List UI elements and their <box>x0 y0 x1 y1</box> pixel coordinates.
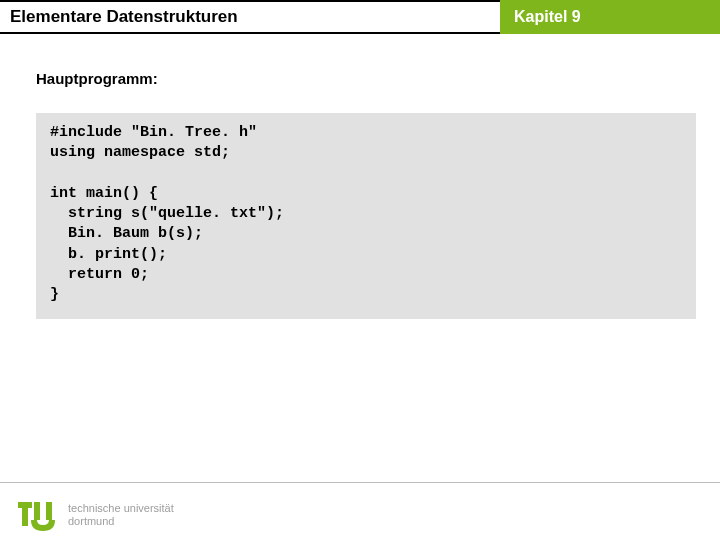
section-heading: Hauptprogramm: <box>36 70 690 87</box>
university-name-line1: technische universität <box>68 502 174 515</box>
svg-rect-3 <box>46 502 52 520</box>
svg-rect-2 <box>34 502 40 520</box>
chapter-badge: Kapitel 9 <box>500 0 720 34</box>
university-name: technische universität dortmund <box>68 502 174 527</box>
university-logo: technische universität dortmund <box>18 496 174 534</box>
content-area: Hauptprogramm: #include "Bin. Tree. h" u… <box>0 34 720 319</box>
tu-logo-icon <box>18 496 60 534</box>
header-bar: Elementare Datenstrukturen Kapitel 9 <box>0 0 720 34</box>
slide: Elementare Datenstrukturen Kapitel 9 Hau… <box>0 0 720 540</box>
university-name-line2: dortmund <box>68 515 174 528</box>
slide-title: Elementare Datenstrukturen <box>0 0 500 34</box>
svg-rect-1 <box>22 502 28 526</box>
code-block: #include "Bin. Tree. h" using namespace … <box>36 113 696 319</box>
footer: technische universität dortmund <box>0 482 720 540</box>
